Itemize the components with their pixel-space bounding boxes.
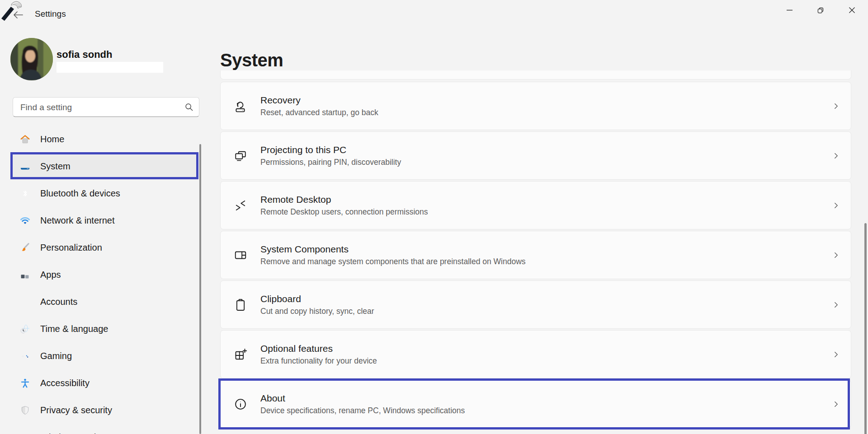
restore-button[interactable] bbox=[810, 3, 831, 18]
card-text: About Device specifications, rename PC, … bbox=[260, 393, 465, 415]
sidebar-scrollbar[interactable] bbox=[199, 144, 201, 434]
sidebar-item-time-language[interactable]: Time & language bbox=[11, 317, 198, 340]
card-text: Remote Desktop Remote Desktop users, con… bbox=[260, 194, 428, 217]
card-title: Recovery bbox=[260, 95, 378, 106]
sidebar-item-bluetooth-devices[interactable]: Bluetooth & devices bbox=[11, 182, 198, 205]
card-text: Recovery Reset, advanced startup, go bac… bbox=[260, 95, 378, 117]
clipboard-icon bbox=[234, 298, 247, 312]
card-title: Clipboard bbox=[260, 294, 374, 304]
recovery-icon bbox=[234, 99, 247, 113]
sidebar-item-personalization[interactable]: Personalization bbox=[11, 236, 198, 259]
restore-icon bbox=[817, 7, 824, 14]
card-system-components[interactable]: System Components Remove and manage syst… bbox=[220, 231, 851, 279]
settings-window: Settings bbox=[0, 0, 868, 434]
minimize-icon bbox=[786, 7, 793, 14]
card-text: System Components Remove and manage syst… bbox=[260, 244, 526, 266]
back-arrow-icon[interactable] bbox=[12, 10, 24, 19]
sidebar-item-apps[interactable]: Apps bbox=[11, 263, 198, 286]
winupdate-icon bbox=[19, 432, 31, 434]
card-optional-features[interactable]: Optional features Extra functionality fo… bbox=[220, 330, 851, 378]
sidebar-item-home[interactable]: Home bbox=[11, 128, 198, 150]
card-text: Optional features Extra functionality fo… bbox=[260, 343, 377, 366]
card-text: Clipboard Cut and copy history, sync, cl… bbox=[260, 294, 374, 316]
accessibility-icon bbox=[19, 378, 31, 389]
projecting-icon bbox=[234, 149, 247, 163]
sidebar-item-accessibility[interactable]: Accessibility bbox=[11, 372, 198, 394]
chevron-right-icon bbox=[832, 152, 840, 159]
sidebar-item-privacy-security[interactable]: Privacy & security bbox=[11, 399, 198, 421]
gaming-icon bbox=[19, 350, 31, 362]
card-remote-desktop[interactable]: Remote Desktop Remote Desktop users, con… bbox=[220, 181, 851, 229]
close-button[interactable] bbox=[841, 3, 862, 18]
card-subtitle: Reset, advanced startup, go back bbox=[260, 108, 378, 117]
time-icon bbox=[19, 323, 31, 335]
sidebar-item-gaming[interactable]: Gaming bbox=[11, 345, 198, 367]
card-projecting[interactable]: Projecting to this PC Permissions, pairi… bbox=[220, 131, 851, 180]
close-icon bbox=[849, 7, 855, 14]
card-title: Projecting to this PC bbox=[260, 145, 401, 155]
settings-card-list: Recovery Reset, advanced startup, go bac… bbox=[220, 82, 851, 428]
about-icon bbox=[234, 397, 247, 411]
search-box[interactable] bbox=[13, 97, 199, 117]
card-subtitle: Cut and copy history, sync, clear bbox=[260, 307, 374, 316]
privacy-icon bbox=[19, 405, 31, 416]
chevron-right-icon bbox=[832, 301, 840, 308]
sidebar-item-windows-update[interactable]: Windows Update bbox=[11, 426, 198, 434]
network-icon bbox=[19, 215, 31, 226]
window-controls bbox=[779, 3, 862, 18]
redaction-box bbox=[57, 62, 163, 73]
page-title: System bbox=[220, 50, 283, 70]
card-title: Remote Desktop bbox=[260, 194, 428, 205]
card-recovery[interactable]: Recovery Reset, advanced startup, go bac… bbox=[220, 82, 851, 130]
sidebar-nav: Home System Bluetooth & devices Network … bbox=[11, 128, 198, 434]
app-title: Settings bbox=[35, 9, 66, 19]
home-icon bbox=[19, 134, 31, 145]
card-subtitle: Remove and manage system components that… bbox=[260, 257, 526, 266]
chevron-right-icon bbox=[832, 251, 840, 259]
avatar-image bbox=[10, 38, 53, 80]
card-about[interactable]: About Device specifications, rename PC, … bbox=[220, 380, 851, 428]
minimize-button[interactable] bbox=[779, 3, 800, 18]
chevron-right-icon bbox=[832, 400, 840, 408]
chevron-right-icon bbox=[832, 201, 840, 209]
components-icon bbox=[234, 248, 247, 262]
card-title: Optional features bbox=[260, 343, 377, 354]
main-scrollbar[interactable] bbox=[864, 223, 867, 434]
card-subtitle: Extra functionality for your device bbox=[260, 356, 377, 366]
apps-icon bbox=[19, 269, 31, 280]
search-icon bbox=[185, 103, 193, 112]
card-subtitle: Device specifications, rename PC, Window… bbox=[260, 406, 465, 415]
personalization-icon bbox=[19, 242, 31, 253]
avatar[interactable] bbox=[10, 38, 53, 80]
sidebar-item-system[interactable]: System bbox=[11, 155, 198, 177]
search-input[interactable] bbox=[19, 98, 179, 117]
remote-icon bbox=[234, 199, 247, 212]
accounts-icon bbox=[19, 296, 31, 308]
card-clipboard[interactable]: Clipboard Cut and copy history, sync, cl… bbox=[220, 280, 851, 329]
profile-name: sofia sondh bbox=[57, 49, 112, 61]
chevron-right-icon bbox=[832, 102, 840, 110]
card-text: Projecting to this PC Permissions, pairi… bbox=[260, 145, 401, 167]
sidebar-item-accounts[interactable]: Accounts bbox=[11, 290, 198, 313]
card-title: System Components bbox=[260, 244, 526, 255]
card-subtitle: Remote Desktop users, connection permiss… bbox=[260, 207, 428, 217]
titlebar: Settings bbox=[0, 0, 868, 26]
card-subtitle: Permissions, pairing PIN, discoverabilit… bbox=[260, 158, 401, 167]
chevron-right-icon bbox=[832, 350, 840, 358]
bluetooth-icon bbox=[19, 188, 31, 199]
sidebar-item-network-internet[interactable]: Network & internet bbox=[11, 209, 198, 232]
partial-card-above bbox=[220, 70, 851, 79]
system-icon bbox=[19, 161, 31, 172]
optional-icon bbox=[234, 348, 247, 361]
card-title: About bbox=[260, 393, 465, 404]
selected-accent-pill bbox=[11, 161, 13, 171]
